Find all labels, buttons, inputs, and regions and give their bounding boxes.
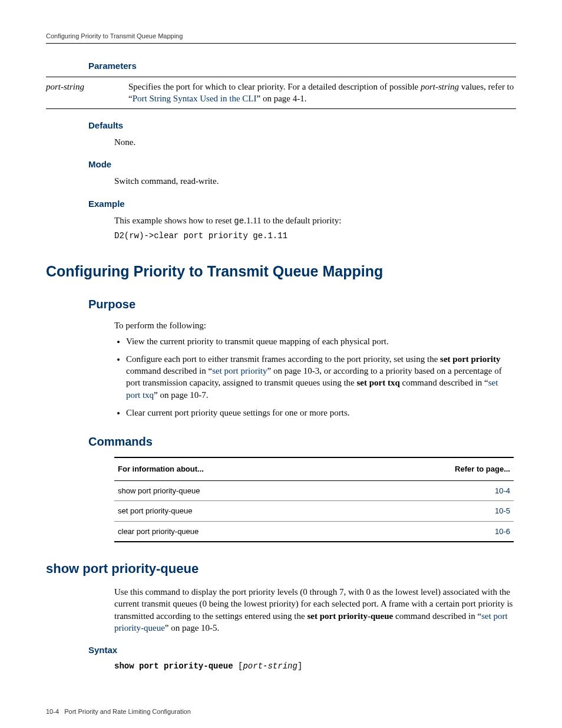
text-mono: ge [234, 216, 244, 226]
running-header: Configuring Priority to Transmit Queue M… [46, 32, 516, 44]
param-row: port-string Specifies the port for which… [46, 81, 516, 105]
param-name: port-string [46, 81, 128, 105]
defaults-body: None. [114, 136, 514, 148]
text: .1.11 to the default priority: [244, 216, 341, 225]
defaults-heading: Defaults [88, 120, 516, 131]
footer-title: Port Priority and Rate Limiting Configur… [64, 708, 191, 715]
command-title: show port priority-queue [46, 560, 516, 578]
text: command described in “ [400, 378, 488, 387]
table-row: clear port priority-queue 10-6 [114, 522, 514, 542]
text-bold: set port txq [356, 378, 399, 387]
table-row: show port priority-queue 10-4 [114, 481, 514, 502]
cmd-name: clear port priority-queue [118, 526, 428, 537]
param-description: Specifies the port for which to clear pr… [128, 81, 516, 105]
section-title: Configuring Priority to Transmit Queue M… [46, 262, 516, 282]
syntax-command: show port priority-queue [114, 661, 233, 671]
text-bold: set port priority [440, 354, 500, 364]
text: ” on page 10-7. [154, 390, 208, 400]
page-number: 10-4 [46, 708, 59, 715]
list-item: Configure each port to either transmit f… [126, 353, 514, 401]
example-code: D2(rw)->clear port priority ge.1.11 [114, 230, 514, 242]
example-heading: Example [88, 198, 516, 210]
list-item: Clear current port priority queue settin… [126, 407, 514, 419]
cross-ref-link[interactable]: Port String Syntax Used in the CLI [133, 94, 257, 103]
text: This example shows how to reset [114, 216, 234, 225]
text: command described in “ [393, 611, 481, 621]
syntax-bracket: ] [297, 661, 302, 671]
table-row: set port priority-queue 10-5 [114, 501, 514, 522]
syntax-line: show port priority-queue [port-string] [114, 661, 514, 672]
col-header-info: For information about... [118, 464, 428, 475]
text: ” on page 10-5. [165, 623, 219, 633]
list-item: View the current priority to transmit qu… [126, 335, 514, 347]
col-header-page: Refer to page... [428, 464, 510, 475]
text: Configure each port to either transmit f… [126, 354, 440, 364]
mode-heading: Mode [88, 159, 516, 170]
cmd-name: show port priority-queue [118, 486, 428, 496]
syntax-bracket: [ [233, 661, 243, 671]
page-ref-link[interactable]: 10-6 [495, 527, 510, 536]
cross-ref-link[interactable]: set port priority [212, 366, 267, 375]
commands-heading: Commands [88, 434, 516, 450]
purpose-heading: Purpose [88, 297, 516, 312]
table-header: For information about... Refer to page..… [114, 458, 514, 481]
text: ” on page 4-1. [257, 94, 307, 103]
purpose-list: View the current priority to transmit qu… [114, 335, 514, 419]
page-ref-link[interactable]: 10-4 [495, 486, 510, 495]
purpose-intro: To perform the following: [114, 319, 514, 331]
text: Specifies the port for which to clear pr… [128, 82, 421, 91]
syntax-arg: port-string [243, 661, 297, 671]
page-footer: 10-4 Port Priority and Rate Limiting Con… [46, 707, 516, 716]
text-bold: set port priority-queue [307, 611, 393, 621]
text: command described in “ [126, 366, 212, 375]
text-italic: port-string [421, 82, 459, 91]
command-description: Use this command to display the port pri… [114, 586, 514, 634]
example-intro: This example shows how to reset ge.1.11 … [114, 215, 514, 227]
cmd-name: set port priority-queue [118, 506, 428, 516]
parameters-table: port-string Specifies the port for which… [46, 77, 516, 109]
parameters-heading: Parameters [88, 60, 516, 72]
page-ref-link[interactable]: 10-5 [495, 506, 510, 515]
mode-body: Switch command, read-write. [114, 175, 514, 187]
syntax-heading: Syntax [88, 644, 516, 656]
commands-table: For information about... Refer to page..… [114, 457, 514, 542]
